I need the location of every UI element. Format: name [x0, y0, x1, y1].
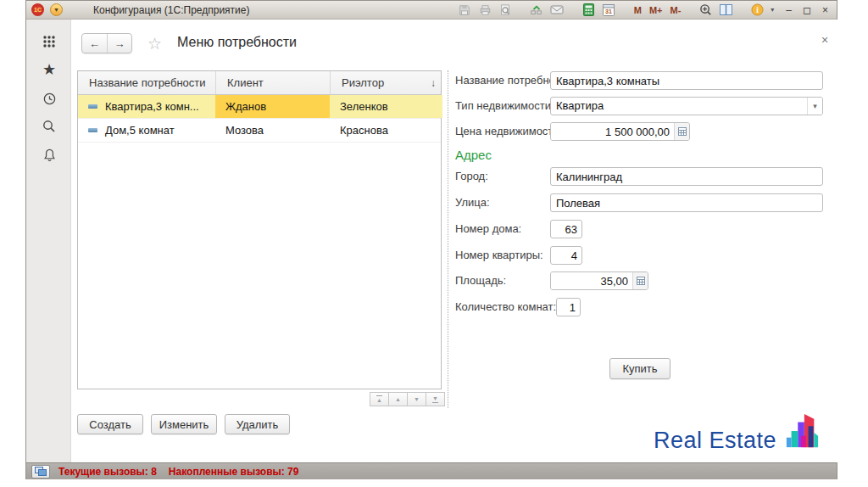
cell-client-active[interactable]: Жданов: [215, 95, 330, 118]
form-close-icon[interactable]: ×: [821, 33, 828, 47]
tools-grid-icon[interactable]: [41, 33, 58, 50]
performance-indicator-button[interactable]: [31, 465, 50, 479]
sidebar: ★: [26, 20, 71, 462]
app-window: 1С ▼ Конфигурация (1С:Предприятие): [25, 0, 837, 479]
mail-icon[interactable]: [550, 3, 565, 17]
calendar-icon[interactable]: 31: [602, 3, 616, 17]
rooms-count-input[interactable]: [556, 298, 581, 316]
forward-button[interactable]: →: [107, 34, 131, 53]
go-last-icon: ▼: [432, 395, 438, 403]
cell-realtor[interactable]: Краснова: [330, 119, 442, 142]
statusbar: Текущие вызовы: 8 Накопленные вызовы: 79: [26, 462, 837, 479]
split-view-icon[interactable]: [719, 3, 733, 17]
memory-subtract-button[interactable]: M-: [669, 5, 682, 15]
current-calls-text: Текущие вызовы: 8: [58, 466, 157, 478]
column-header-client[interactable]: Клиент: [215, 71, 330, 94]
table-empty-area: [78, 143, 441, 389]
maximize-button[interactable]: ◻: [803, 4, 811, 16]
window-title: Конфигурация (1С:Предприятие): [93, 4, 250, 16]
window-controls: – ◻ ×: [786, 4, 828, 16]
column-header-realtor[interactable]: Риэлтор↓: [330, 71, 442, 94]
price-field: [550, 122, 690, 141]
house-number-label: Номер дома:: [455, 220, 521, 238]
property-type-value: Квартира: [551, 98, 807, 115]
calculator-icon[interactable]: [581, 3, 596, 17]
main-menu-button[interactable]: ▼: [50, 3, 63, 16]
info-icon[interactable]: i: [750, 3, 765, 17]
area-input[interactable]: [551, 272, 632, 289]
property-type-label: Тип недвижимости:: [455, 97, 554, 115]
cell-need-name[interactable]: Дом,5 комнат: [78, 119, 215, 142]
create-button[interactable]: Создать: [77, 414, 143, 434]
go-last-button[interactable]: ▼: [426, 392, 445, 406]
go-down-button[interactable]: ▼: [407, 392, 426, 406]
search-icon[interactable]: [41, 118, 58, 135]
street-label: Улица:: [455, 193, 490, 212]
titlebar: 1С ▼ Конфигурация (1С:Предприятие): [26, 1, 837, 20]
city-label: Город:: [455, 167, 488, 186]
list-item-marker-icon: [88, 104, 97, 109]
memory-recall-button[interactable]: M: [633, 5, 643, 15]
cell-client[interactable]: Мозова: [215, 119, 330, 142]
minimize-button[interactable]: –: [786, 4, 792, 16]
needs-table: Название потребности Клиент Риэлтор↓ Ква…: [77, 70, 442, 389]
street-input[interactable]: [550, 193, 823, 212]
data-exchange-icon[interactable]: [530, 3, 544, 17]
table-header-row: Название потребности Клиент Риэлтор↓: [78, 71, 441, 95]
notifications-bell-icon[interactable]: [41, 147, 58, 164]
go-first-button[interactable]: ▲: [370, 392, 389, 406]
apartment-number-label: Номер квартиры:: [455, 246, 543, 265]
need-name-input[interactable]: [550, 71, 823, 90]
brand-logo-text: Real Estate: [654, 429, 776, 456]
close-button[interactable]: ×: [822, 4, 828, 16]
property-type-select[interactable]: Квартира ▾: [550, 97, 823, 115]
favorite-toggle-star-icon[interactable]: ☆: [147, 34, 162, 53]
history-icon[interactable]: [41, 90, 58, 107]
memory-add-button[interactable]: M+: [648, 5, 664, 15]
table-row[interactable]: Квартира,3 комн... Жданов Зеленков: [78, 95, 441, 119]
house-number-input[interactable]: [550, 220, 582, 238]
delete-button[interactable]: Удалить: [225, 414, 290, 434]
titlebar-toolbar: 31 M M+ M- i ▾: [458, 3, 775, 17]
branding: Real Estate: [654, 411, 820, 456]
address-section-title: Адрес: [455, 148, 492, 162]
down-icon: ▼: [414, 396, 420, 402]
area-field: [550, 271, 648, 290]
page-title: Меню потребности: [177, 35, 297, 50]
up-icon: ▲: [395, 396, 401, 402]
app-logo-icon: 1С: [31, 3, 44, 16]
edit-button[interactable]: Изменить: [151, 414, 217, 434]
form-area: ← → ☆ Меню потребности × Название потреб…: [71, 20, 838, 462]
cell-need-name[interactable]: Квартира,3 комн...: [78, 95, 215, 118]
history-nav-group: ← →: [81, 33, 132, 53]
price-label: Цена недвижимости:: [455, 122, 562, 141]
print-preview-icon[interactable]: [498, 3, 513, 17]
brand-buildings-icon: [784, 411, 820, 456]
area-label: Площадь:: [455, 271, 506, 290]
table-nav-buttons: ▲ ▲ ▼ ▼: [370, 392, 445, 406]
back-button[interactable]: ←: [82, 34, 107, 53]
price-input[interactable]: [551, 123, 674, 140]
rooms-count-label: Количество комнат:: [455, 298, 556, 316]
list-item-marker-icon: [88, 128, 97, 132]
pane-splitter[interactable]: [448, 70, 448, 408]
save-icon[interactable]: [458, 3, 472, 17]
svg-text:31: 31: [605, 8, 612, 14]
svg-text:i: i: [757, 6, 760, 14]
apartment-number-input[interactable]: [550, 246, 582, 265]
calculator-button[interactable]: [632, 272, 648, 289]
favorites-icon[interactable]: ★: [41, 61, 58, 78]
cell-realtor[interactable]: Зеленков: [330, 95, 442, 118]
zoom-icon[interactable]: [698, 3, 713, 17]
accumulated-calls-text: Накопленные вызовы: 79: [169, 466, 299, 478]
dropdown-caret-icon[interactable]: ▾: [807, 98, 822, 115]
table-row[interactable]: Дом,5 комнат Мозова Краснова: [78, 119, 441, 143]
calculator-button[interactable]: [674, 123, 689, 140]
print-icon[interactable]: [478, 3, 492, 17]
column-header-need-name[interactable]: Название потребности: [78, 71, 215, 94]
city-input[interactable]: [550, 167, 823, 186]
go-first-icon: ▲: [376, 395, 382, 403]
buy-button[interactable]: Купить: [609, 358, 670, 379]
info-caret-icon[interactable]: ▾: [771, 6, 774, 14]
go-up-button[interactable]: ▲: [388, 392, 408, 406]
